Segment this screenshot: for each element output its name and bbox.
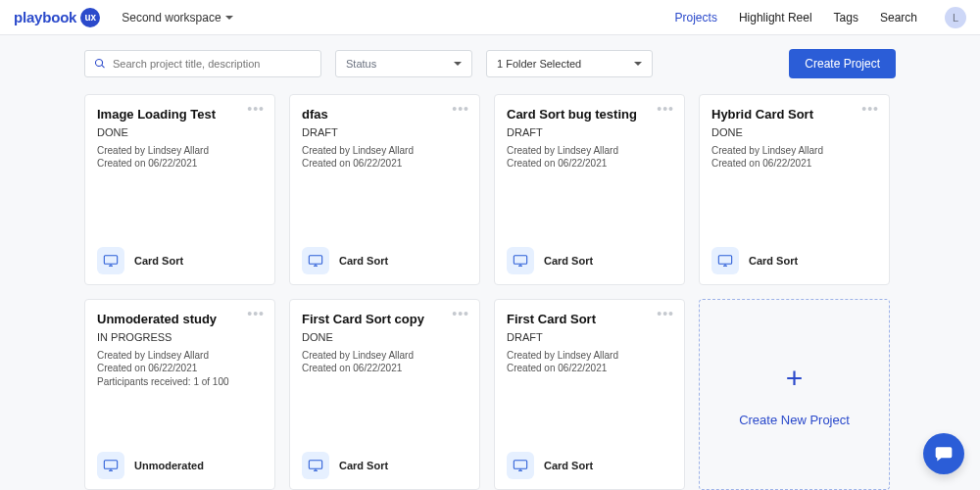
project-card[interactable]: •••Unmoderated studyIN PROGRESSCreated b… [84,299,275,490]
project-meta: Created by Lindsey AllardCreated on 06/2… [302,144,467,171]
brand-logo[interactable]: playbook ux [14,8,100,27]
project-created-on: Created on 06/22/2021 [507,157,672,171]
project-title: Image Loading Test [97,107,263,122]
svg-rect-6 [514,256,526,265]
svg-rect-15 [309,461,321,469]
plus-icon: + [786,364,804,393]
project-type-label: Card Sort [134,255,183,267]
create-project-button[interactable]: Create Project [789,49,896,78]
project-created-on: Created on 06/22/2021 [302,157,467,171]
toolbar: Status 1 Folder Selected Create Project [0,35,980,88]
project-meta: Created by Lindsey AllardCreated on 06/2… [711,144,877,171]
folder-select-label: 1 Folder Selected [497,58,581,70]
nav-tags[interactable]: Tags [834,11,858,24]
project-type-row: Card Sort [97,247,263,274]
project-type-label: Card Sort [544,460,593,471]
search-icon [94,58,106,70]
project-created-on: Created on 06/22/2021 [97,157,263,171]
project-title: dfas [302,107,467,122]
card-more-icon[interactable]: ••• [657,306,674,321]
project-card[interactable]: •••First Card Sort copyDONECreated by Li… [289,299,480,490]
project-meta: Created by Lindsey AllardCreated on 06/2… [302,349,467,375]
project-type-row: Unmoderated [97,452,263,479]
card-more-icon[interactable]: ••• [452,306,469,321]
monitor-icon [97,452,124,479]
monitor-icon [302,247,329,274]
workspace-label: Second workspace [122,11,220,24]
chat-icon [934,444,954,464]
nav-search[interactable]: Search [880,11,917,24]
brand-word: playbook [14,9,76,25]
user-avatar[interactable]: L [945,7,966,28]
project-meta: Created by Lindsey AllardCreated on 06/2… [507,144,672,171]
chevron-down-icon [225,16,233,20]
top-nav: playbook ux Second workspace Projects Hi… [0,0,980,35]
project-creator: Created by Lindsey Allard [302,144,467,158]
nav-projects[interactable]: Projects [675,11,717,24]
create-new-label: Create New Project [739,413,850,427]
svg-rect-3 [309,256,321,265]
project-status: IN PROGRESS [97,331,263,343]
card-more-icon[interactable]: ••• [452,101,469,117]
project-title: First Card Sort [507,312,672,327]
project-card[interactable]: •••First Card SortDRAFTCreated by Lindse… [494,299,685,490]
project-created-on: Created on 06/22/2021 [97,362,263,375]
projects-grid: •••Image Loading TestDONECreated by Lind… [0,88,980,490]
project-status: DONE [302,331,467,343]
svg-rect-9 [718,256,731,265]
svg-rect-18 [514,461,526,469]
project-meta: Created by Lindsey AllardCreated on 06/2… [97,144,263,171]
nav-highlight-reel[interactable]: Highlight Reel [739,11,812,24]
project-meta: Created by Lindsey AllardCreated on 06/2… [507,349,672,375]
monitor-icon [302,452,329,479]
project-creator: Created by Lindsey Allard [302,349,467,363]
project-creator: Created by Lindsey Allard [97,144,263,158]
card-more-icon[interactable]: ••• [247,306,265,321]
monitor-icon [711,247,739,274]
card-more-icon[interactable]: ••• [657,101,674,117]
search-wrap [84,50,321,77]
monitor-icon [97,247,124,274]
project-status: DRAFT [507,126,672,138]
project-type-row: Card Sort [711,247,877,274]
search-input[interactable] [84,50,321,77]
project-creator: Created by Lindsey Allard [507,144,672,158]
folder-select[interactable]: 1 Folder Selected [486,50,653,77]
project-type-label: Card Sort [339,460,388,471]
project-type-row: Card Sort [302,247,467,274]
project-created-on: Created on 06/22/2021 [507,362,672,375]
project-type-label: Card Sort [749,255,798,267]
monitor-icon [507,452,534,479]
nav-right: Projects Highlight Reel Tags Search L [675,7,966,28]
card-more-icon[interactable]: ••• [247,101,265,117]
project-title: Card Sort bug testing [507,107,672,122]
brand-badge: ux [80,8,100,27]
card-more-icon[interactable]: ••• [861,101,879,117]
project-status: DRAFT [302,126,467,138]
project-status: DRAFT [507,331,672,343]
svg-rect-0 [104,256,117,265]
project-title: Unmoderated study [97,312,263,327]
project-title: First Card Sort copy [302,312,467,327]
workspace-selector[interactable]: Second workspace [122,11,232,24]
project-card[interactable]: •••Card Sort bug testingDRAFTCreated by … [494,94,685,285]
project-type-row: Card Sort [507,247,672,274]
project-type-row: Card Sort [507,452,672,479]
chevron-down-icon [454,62,462,66]
status-select[interactable]: Status [335,50,472,77]
project-type-label: Unmoderated [134,460,204,471]
project-created-on: Created on 06/22/2021 [711,157,877,171]
project-meta: Created by Lindsey AllardCreated on 06/2… [97,349,263,389]
project-creator: Created by Lindsey Allard [711,144,877,158]
project-type-label: Card Sort [339,255,388,267]
chat-fab[interactable] [923,433,964,474]
project-card[interactable]: •••Image Loading TestDONECreated by Lind… [84,94,275,285]
project-extra: Participants received: 1 of 100 [97,375,263,389]
create-new-project-card[interactable]: +Create New Project [699,299,890,490]
project-created-on: Created on 06/22/2021 [302,362,467,375]
project-creator: Created by Lindsey Allard [97,349,263,363]
project-card[interactable]: •••dfasDRAFTCreated by Lindsey AllardCre… [289,94,480,285]
project-title: Hybrid Card Sort [711,107,877,122]
project-card[interactable]: •••Hybrid Card SortDONECreated by Lindse… [699,94,890,285]
project-type-row: Card Sort [302,452,467,479]
